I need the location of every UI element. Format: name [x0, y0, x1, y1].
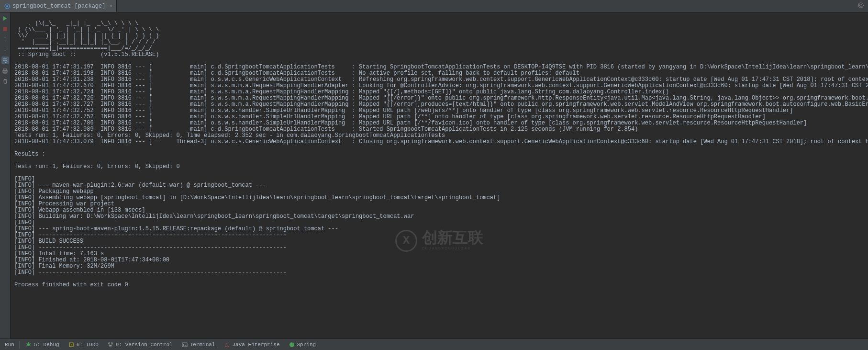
java-icon [223, 341, 230, 348]
terminal-icon [181, 341, 188, 348]
bottom-terminal[interactable]: Terminal [178, 340, 218, 349]
svg-rect-11 [182, 343, 187, 347]
bottom-debug[interactable]: 5: Debug [22, 340, 62, 349]
close-icon[interactable]: × [109, 3, 112, 9]
svg-point-6 [27, 343, 30, 346]
svg-rect-7 [69, 343, 73, 347]
svg-point-8 [108, 342, 110, 344]
todo-icon [68, 341, 75, 348]
svg-point-9 [111, 342, 112, 344]
bottom-todo[interactable]: 6: TODO [65, 340, 101, 349]
branch-icon [107, 341, 114, 348]
svg-rect-2 [3, 27, 7, 31]
bottom-toolbar: Run 5: Debug 6: TODO 9: Version Control … [0, 339, 868, 350]
bottom-spring-label: Spring [297, 342, 316, 348]
bottom-debug-label: 5: Debug [34, 342, 59, 348]
bottom-java-label: Java Enterprise [232, 342, 279, 348]
gear-icon[interactable] [857, 2, 864, 11]
spring-icon [289, 341, 295, 348]
bug-icon [25, 341, 32, 348]
rerun-icon[interactable] [1, 14, 9, 22]
bottom-version-control[interactable]: 9: Version Control [104, 340, 176, 349]
tab-bar: springboot_tomcat [package] × [0, 0, 868, 12]
config-icon [4, 3, 11, 10]
tab-label: springboot_tomcat [package] [12, 3, 105, 10]
stop-icon[interactable] [1, 25, 9, 33]
svg-point-1 [6, 5, 8, 7]
gutter-toolbar: ↑ ↓ [0, 12, 11, 339]
arrow-down-icon[interactable]: ↓ [1, 46, 9, 54]
watermark-main: 创新互联 [422, 231, 483, 247]
bottom-spring[interactable]: Spring [286, 340, 319, 349]
print-icon[interactable] [1, 67, 9, 75]
watermark-sub: CHUANGXINHULIAN [422, 247, 483, 250]
tab-run-config[interactable]: springboot_tomcat [package] × [0, 0, 117, 12]
bottom-terminal-label: Terminal [190, 342, 215, 348]
trash-icon[interactable] [1, 78, 9, 85]
bottom-run[interactable]: Run [2, 341, 20, 349]
console-output[interactable]: X 创新互联 CHUANGXINHULIAN . (\(_\_ _|_| |_ … [11, 12, 868, 339]
soft-wrap-icon[interactable] [1, 56, 9, 64]
bottom-run-label: Run [5, 342, 14, 348]
main-container: ↑ ↓ X 创新互联 CHUANGXINHULIAN . (\(_\_ _|_|… [0, 12, 868, 339]
bottom-vcs-label: 9: Version Control [116, 342, 173, 348]
console-text: . (\(_\_ _|_| |_ _\_\ \ \ \ \ ( (\\___ |… [14, 20, 868, 288]
arrow-up-icon[interactable]: ↑ [1, 35, 9, 43]
bottom-java-enterprise[interactable]: Java Enterprise [221, 340, 282, 349]
bottom-todo-label: 6: TODO [77, 342, 99, 348]
watermark: X 创新互联 CHUANGXINHULIAN [395, 230, 483, 252]
